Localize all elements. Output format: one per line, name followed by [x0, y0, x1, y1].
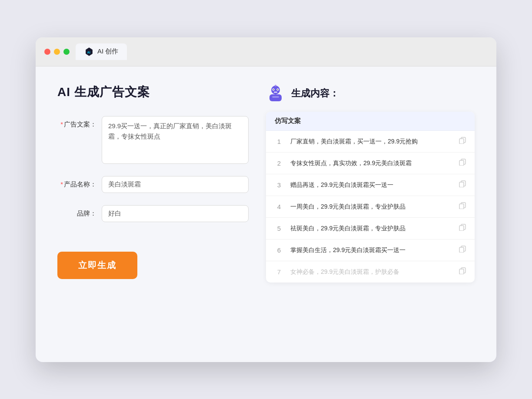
- svg-rect-15: [459, 160, 464, 166]
- tab-label: AI 创作: [97, 47, 118, 56]
- table-row: 7 女神必备，29.9元美白淡斑霜，护肤必备: [266, 261, 475, 283]
- maximize-button[interactable]: [63, 49, 70, 55]
- svg-rect-7: [274, 92, 277, 93]
- row-text: 女神必备，29.9元美白淡斑霜，护肤必备: [290, 267, 452, 276]
- copy-icon[interactable]: [459, 180, 466, 189]
- brand-input[interactable]: 好白: [102, 205, 249, 222]
- product-name-label: *产品名称：: [57, 176, 96, 189]
- svg-text:AI: AI: [87, 50, 90, 54]
- table-row: 5 祛斑美白，29.9元美白淡斑霜，专业护肤品: [266, 218, 475, 239]
- svg-point-5: [273, 89, 274, 90]
- row-text: 专抹女性斑点，真实功效，29.9元美白淡斑霜: [290, 159, 452, 168]
- svg-rect-11: [272, 96, 279, 98]
- content-area: AI 生成广告文案 *广告文案： 29.9买一送一，真正的厂家直销，美白淡斑霜，…: [36, 66, 496, 362]
- copy-icon[interactable]: [459, 246, 466, 254]
- ai-tab[interactable]: AI AI 创作: [76, 43, 127, 60]
- result-rows: 1 厂家直销，美白淡斑霜，买一送一，29.9元抢购 2 专抹女性斑点，真实功效，…: [266, 131, 475, 283]
- svg-rect-19: [459, 204, 464, 209]
- row-number: 2: [275, 160, 283, 167]
- row-text: 祛斑美白，29.9元美白淡斑霜，专业护肤品: [290, 224, 452, 233]
- svg-point-9: [275, 85, 276, 86]
- ai-icon: AI: [84, 47, 94, 57]
- row-text: 厂家直销，美白淡斑霜，买一送一，29.9元抢购: [290, 137, 452, 146]
- svg-rect-21: [459, 226, 464, 231]
- row-number: 7: [275, 268, 283, 276]
- row-number: 4: [275, 203, 283, 210]
- close-button[interactable]: [44, 49, 50, 55]
- row-number: 6: [275, 246, 283, 254]
- title-bar: AI AI 创作: [36, 37, 496, 66]
- svg-rect-23: [459, 247, 464, 253]
- browser-window: AI AI 创作 AI 生成广告文案 *广告文案： 29.9买一送一，真正的厂家…: [36, 37, 496, 362]
- table-row: 6 掌握美白生活，29.9元美白淡斑霜买一送一: [266, 239, 475, 261]
- copy-icon[interactable]: [459, 202, 466, 211]
- row-number: 5: [275, 225, 283, 232]
- traffic-lights: [44, 49, 70, 55]
- brand-label: 品牌：: [57, 205, 96, 218]
- product-name-input[interactable]: 美白淡斑霜: [102, 176, 249, 193]
- table-header: 仿写文案: [266, 112, 475, 131]
- copy-icon[interactable]: [459, 159, 466, 167]
- product-required: *: [60, 180, 63, 188]
- result-title: 生成内容：: [291, 87, 339, 100]
- table-row: 4 一周美白，29.9元美白淡斑霜，专业护肤品: [266, 196, 475, 218]
- copy-icon[interactable]: [459, 224, 466, 233]
- page-title: AI 生成广告文案: [57, 84, 249, 100]
- table-row: 2 专抹女性斑点，真实功效，29.9元美白淡斑霜: [266, 153, 475, 174]
- result-header: 生成内容：: [266, 84, 475, 103]
- svg-point-6: [277, 89, 278, 90]
- minimize-button[interactable]: [54, 49, 60, 55]
- table-row: 1 厂家直销，美白淡斑霜，买一送一，29.9元抢购: [266, 131, 475, 153]
- row-text: 赠品再送，29.9元美白淡斑霜买一送一: [290, 180, 452, 190]
- row-number: 1: [275, 138, 283, 145]
- product-name-group: *产品名称： 美白淡斑霜: [57, 176, 249, 193]
- left-panel: AI 生成广告文案 *广告文案： 29.9买一送一，真正的厂家直销，美白淡斑霜，…: [57, 84, 249, 345]
- svg-rect-25: [459, 269, 464, 274]
- result-table: 仿写文案 1 厂家直销，美白淡斑霜，买一送一，29.9元抢购 2 专抹女性斑点，…: [266, 112, 475, 283]
- row-number: 3: [275, 181, 283, 189]
- ad-copy-required: *: [60, 120, 63, 128]
- right-panel: 生成内容： 仿写文案 1 厂家直销，美白淡斑霜，买一送一，29.9元抢购 2 专…: [266, 84, 475, 345]
- table-row: 3 赠品再送，29.9元美白淡斑霜买一送一: [266, 174, 475, 196]
- copy-icon[interactable]: [459, 267, 466, 276]
- robot-icon: [266, 84, 285, 103]
- svg-rect-13: [459, 139, 464, 144]
- brand-group: 品牌： 好白: [57, 205, 249, 222]
- copy-icon[interactable]: [459, 137, 466, 146]
- row-text: 掌握美白生活，29.9元美白淡斑霜买一送一: [290, 246, 452, 255]
- row-text: 一周美白，29.9元美白淡斑霜，专业护肤品: [290, 202, 452, 211]
- ad-copy-group: *广告文案： 29.9买一送一，真正的厂家直销，美白淡斑霜，专抹女性斑点: [57, 116, 249, 164]
- ad-copy-label: *广告文案：: [57, 116, 96, 129]
- ad-copy-input[interactable]: 29.9买一送一，真正的厂家直销，美白淡斑霜，专抹女性斑点: [102, 116, 249, 164]
- generate-button[interactable]: 立即生成: [57, 252, 137, 279]
- svg-rect-17: [459, 182, 464, 187]
